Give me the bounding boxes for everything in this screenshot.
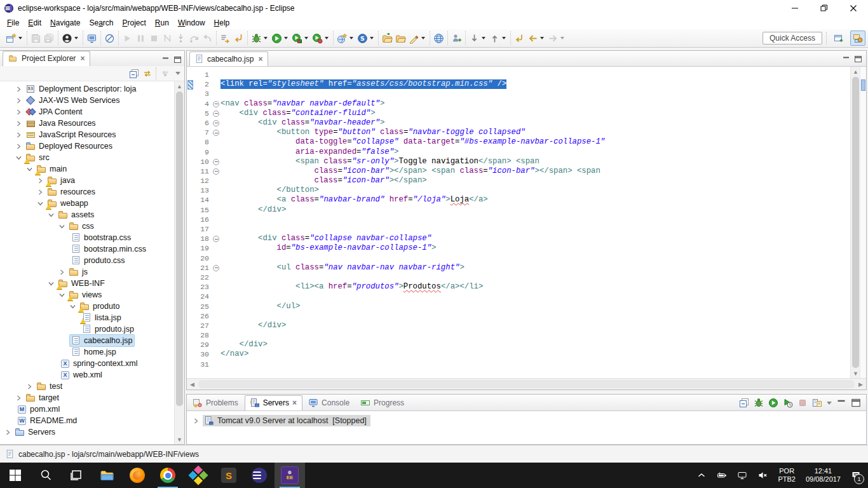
code-line-20[interactable]: 20	[187, 254, 866, 263]
tree-item-lista-jsp[interactable]: lista.jsp	[0, 312, 184, 323]
scroll-down-icon[interactable]: ▼	[175, 435, 184, 444]
code-text[interactable]	[220, 254, 866, 263]
previous-annotation-button[interactable]	[488, 32, 508, 45]
eclipse-button[interactable]	[244, 463, 275, 488]
fold-ruler[interactable]	[212, 79, 220, 89]
fold-ruler[interactable]	[212, 224, 220, 234]
last-edit-location-button[interactable]	[513, 32, 526, 45]
marker-ruler[interactable]	[187, 205, 193, 215]
collapse-region-icon[interactable]	[213, 159, 219, 165]
tab-progress[interactable]: Progress	[356, 396, 409, 410]
dropdown-arrow-icon[interactable]	[540, 37, 544, 39]
fold-ruler[interactable]	[212, 254, 220, 263]
language-indicator[interactable]: POR PTB2	[773, 467, 800, 484]
code-line-11[interactable]: 11 class="icon-bar"></span> <span class=…	[187, 166, 866, 176]
code-text[interactable]	[220, 330, 866, 340]
editor-tab-cabecalho[interactable]: cabecalho.jsp ×	[189, 51, 268, 66]
code-line-22[interactable]: 22	[187, 273, 866, 282]
new-wizard-button[interactable]	[4, 32, 25, 45]
dropdown-arrow-icon[interactable]	[502, 37, 506, 39]
code-line-9[interactable]: 9 aria-expanded="false">	[187, 147, 866, 157]
fold-ruler[interactable]	[212, 195, 220, 205]
mark-occurrences-button[interactable]	[407, 32, 428, 45]
code-text[interactable]: <span class="sr-only">Toggle navigation<…	[220, 157, 866, 166]
maximize-editor-button[interactable]	[854, 55, 862, 63]
overview-ruler[interactable]	[860, 67, 866, 378]
fold-ruler[interactable]	[212, 311, 220, 321]
open-type-button[interactable]	[450, 32, 463, 45]
publish-server-button[interactable]	[812, 398, 822, 408]
scroll-up-icon[interactable]: ▲	[851, 67, 860, 76]
code-text[interactable]: class="icon-bar"></span> <span class="ic…	[220, 166, 866, 176]
code-text[interactable]: id="bs-example-navbar-collapse-1">	[220, 243, 866, 253]
tab-problems[interactable]: Problems	[188, 396, 243, 410]
code-line-15[interactable]: 15 </div>	[187, 205, 866, 215]
action-center-button[interactable]: 1	[846, 463, 865, 488]
marker-ruler[interactable]	[187, 349, 193, 359]
code-text[interactable]	[220, 224, 866, 234]
code-line-13[interactable]: 13 </button>	[187, 186, 866, 195]
code-text[interactable]	[220, 215, 866, 224]
collapse-arrow-icon[interactable]	[48, 212, 54, 218]
tree-item-readme-md[interactable]: README.md	[0, 415, 184, 426]
collapse-region-icon[interactable]	[213, 130, 219, 136]
start-server-button[interactable]	[768, 398, 778, 408]
expand-arrow-icon[interactable]	[27, 384, 32, 390]
menu-project[interactable]: Project	[118, 17, 150, 29]
marker-ruler[interactable]	[187, 89, 193, 98]
scroll-up-icon[interactable]: ▲	[175, 81, 184, 91]
marker-ruler[interactable]	[187, 224, 193, 234]
code-line-23[interactable]: 23 <li><a href="produtos">Produtos</a></…	[187, 282, 866, 292]
editor-horizontal-scrollbar[interactable]: ◀ ▶	[187, 378, 866, 390]
fold-ruler[interactable]	[212, 128, 220, 137]
tree-item-cabecalho-jsp[interactable]: cabecalho.jsp	[0, 335, 184, 346]
scrollbar-thumb[interactable]	[852, 77, 859, 368]
collapse-all-button[interactable]	[129, 69, 139, 79]
expand-arrow-icon[interactable]	[37, 178, 43, 184]
fold-ruler[interactable]	[212, 273, 220, 282]
code-line-10[interactable]: 10 <span class="sr-only">Toggle navigati…	[187, 157, 866, 166]
task-view-button[interactable]	[61, 463, 92, 488]
next-annotation-button[interactable]	[468, 32, 488, 45]
code-line-7[interactable]: 7 <button type="button" class="navbar-to…	[187, 128, 866, 137]
code-text[interactable]: <link rel="stylesheet" href="assets/css/…	[220, 79, 866, 89]
code-line-5[interactable]: 5 <div class="container-fluid">	[187, 109, 866, 118]
tree-item-test[interactable]: test	[0, 381, 184, 392]
tree-item-produto-css[interactable]: produto.css	[0, 255, 184, 266]
tree-item-css[interactable]: css	[0, 220, 184, 232]
collapse-arrow-icon[interactable]	[37, 201, 43, 207]
code-text[interactable]: aria-expanded="false">	[220, 147, 866, 157]
marker-ruler[interactable]	[187, 254, 193, 263]
minimize-view-button[interactable]	[161, 56, 170, 64]
tree-item-pom-xml[interactable]: pom.xml	[0, 403, 184, 415]
tree-item-views[interactable]: views	[0, 289, 184, 301]
code-line-1[interactable]: 1	[187, 70, 866, 79]
menu-window[interactable]: Window	[173, 17, 210, 29]
minimize-window-button[interactable]	[780, 0, 810, 17]
code-line-19[interactable]: 19 id="bs-example-navbar-collapse-1">	[187, 243, 866, 253]
tree-item-webapp[interactable]: webapp	[0, 198, 184, 209]
close-editor-tab-icon[interactable]: ×	[258, 55, 262, 64]
javaee-perspective-button[interactable]	[850, 30, 865, 46]
fold-ruler[interactable]	[212, 118, 220, 128]
dropdown-arrow-icon[interactable]	[421, 37, 425, 39]
debug-server-button[interactable]	[754, 398, 764, 408]
collapse-all-button[interactable]	[739, 398, 749, 408]
code-text[interactable]: <a class="navbar-brand" href="/loja">Loj…	[220, 195, 866, 205]
stop-server-button[interactable]	[797, 398, 808, 408]
coverage-button[interactable]	[290, 32, 311, 45]
code-text[interactable]: <div class="navbar-header">	[220, 118, 866, 128]
code-line-25[interactable]: 25 </ul>	[187, 302, 866, 311]
marker-ruler[interactable]	[187, 70, 193, 79]
profile-button[interactable]	[311, 32, 331, 45]
forward-button[interactable]	[546, 32, 567, 45]
run-button[interactable]	[270, 32, 290, 45]
pinwheel-app-button[interactable]	[183, 463, 214, 488]
expand-arrow-icon[interactable]	[16, 98, 22, 104]
dropdown-arrow-icon[interactable]	[264, 37, 268, 39]
fold-ruler[interactable]	[212, 234, 220, 243]
code-line-14[interactable]: 14 <a class="navbar-brand" href="/loja">…	[187, 195, 866, 205]
tree-item-spring-context-xml[interactable]: spring-context.xml	[0, 358, 184, 369]
code-line-18[interactable]: 18 <div class="collapse navbar-collapse"	[187, 234, 866, 243]
collapse-arrow-icon[interactable]	[59, 224, 65, 229]
